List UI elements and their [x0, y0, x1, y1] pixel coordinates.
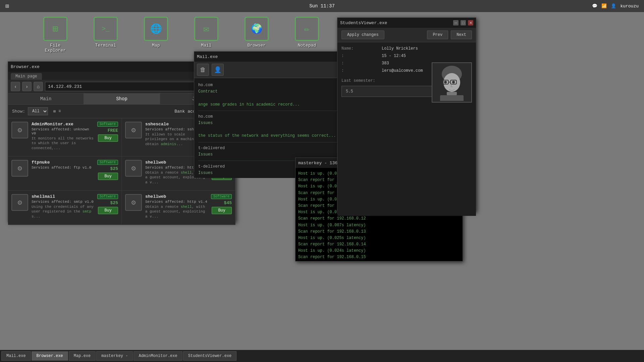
- mail-message-2: ho.com Issues the status of the network …: [198, 114, 361, 142]
- sv-toolbar: Apply changes Prev Next: [337, 28, 476, 42]
- sv-title: StudentsViewer.exe: [340, 20, 387, 25]
- price-shellmail: $25: [110, 200, 118, 205]
- svg-point-7: [452, 81, 455, 83]
- sv-portrait: [432, 62, 472, 103]
- tag-software-shellweb2: Software: [211, 194, 232, 199]
- item-actions-shellweb2: Software $45 Buy: [211, 194, 232, 221]
- taskbar-top: ⊞ Sun 11:37 💬 📶 👤 kurouzu: [0, 0, 644, 12]
- taskbar-btn-mail[interactable]: Mail.exe: [1, 351, 31, 361]
- item-info-shellweb2: shellweb Services affected: http v1.4 Ob…: [145, 194, 208, 221]
- url-bar[interactable]: [45, 82, 210, 91]
- item-affected-shellweb2: Services affected: http v1.4: [145, 200, 208, 204]
- item-icon-sshescale: ⚙: [125, 122, 142, 138]
- sv-window-controls: ─ □ ✕: [453, 20, 473, 25]
- list-view-icon[interactable]: ≡: [58, 109, 61, 114]
- item-name-ftpnuke: ftpnuke: [32, 160, 94, 165]
- file-explorer-label: File Explorer: [40, 43, 70, 53]
- mail-delete-btn[interactable]: 🗑: [197, 64, 209, 76]
- item-icon-shellmail: ⚙: [11, 194, 28, 211]
- shop-item-adminmonitor: ⚙ AdminMonitor.exe Services affected: un…: [8, 118, 122, 157]
- show-select[interactable]: All: [28, 107, 48, 115]
- svg-rect-10: [447, 92, 457, 95]
- mail-title: Mail.exe: [197, 54, 218, 59]
- desktop-icon-map[interactable]: 🌐 Map: [141, 17, 171, 53]
- buy-btn-adminmonitor[interactable]: Buy: [98, 134, 118, 142]
- item-name-adminmonitor: AdminMonitor.exe: [32, 122, 94, 127]
- price-ftpnuke: $25: [110, 166, 118, 171]
- price-shellweb2: $45: [224, 200, 232, 205]
- browser-label: Browser: [248, 43, 266, 48]
- username: kurouzu: [620, 4, 639, 9]
- tag-software-ftpnuke: Software: [97, 160, 118, 165]
- sv-next-btn[interactable]: Next: [451, 31, 472, 39]
- sv-titlebar: StudentsViewer.exe ─ □ ✕: [337, 18, 476, 28]
- item-actions-adminmonitor: Software FREE Buy: [97, 122, 118, 153]
- sv-maximize-btn[interactable]: □: [461, 20, 466, 25]
- desktop-icon-terminal[interactable]: >_ Terminal: [91, 17, 121, 53]
- item-icon-adminmonitor: ⚙: [11, 122, 28, 138]
- taskbar-btn-studentsviewer[interactable]: StudentsViewer.exe: [183, 351, 237, 361]
- sv-email-label: :: [341, 68, 382, 73]
- sv-time-label: :: [341, 54, 382, 58]
- sv-minimize-btn[interactable]: ─: [453, 20, 459, 25]
- sv-time-row: : 15 - 12:45: [341, 54, 472, 58]
- sv-prev-btn[interactable]: Prev: [427, 31, 448, 39]
- file-explorer-icon: ⊞: [43, 17, 67, 41]
- mail-message-1: ho.com Contract ange some grades in his …: [198, 82, 361, 111]
- mail-contacts-btn[interactable]: 👤: [212, 64, 224, 76]
- buy-btn-shellweb2[interactable]: Buy: [212, 207, 232, 214]
- terminal-icon: >_: [94, 17, 118, 41]
- map-label: Map: [152, 43, 160, 48]
- shop-item-shellmail: ⚙ shellmail Services affected: smtp v1.0…: [8, 191, 122, 225]
- item-affected-adminmonitor: Services affected: unknown v0: [32, 127, 94, 135]
- desktop-icon-browser[interactable]: 🌍 Browser: [241, 17, 272, 53]
- sv-content: Name: Lolly Nricklers: [337, 42, 476, 216]
- sv-apply-btn[interactable]: Apply changes: [341, 31, 384, 39]
- shop-item-ftpnuke: ⚙ ftpnuke Services affected: ftp v1.0 So…: [8, 157, 122, 191]
- browser-tab-main[interactable]: Main: [8, 94, 84, 104]
- sv-grade-value: 5.5: [346, 89, 353, 94]
- browser-forward-btn[interactable]: ›: [22, 82, 32, 91]
- sv-id-value: 383: [382, 61, 389, 66]
- item-icon-shellweb2: ⚙: [125, 194, 142, 211]
- apps-grid-icon[interactable]: ⊞: [5, 2, 9, 10]
- tag-software-adminmonitor: Software: [97, 122, 118, 127]
- taskbar-btn-masterkey[interactable]: masterkey -: [96, 351, 133, 361]
- sv-close-btn[interactable]: ✕: [468, 20, 473, 25]
- desktop-icon-file-explorer[interactable]: ⊞ File Explorer: [40, 17, 70, 53]
- taskbar-btn-browser[interactable]: Browser.exe: [32, 351, 68, 361]
- item-info-adminmonitor: AdminMonitor.exe Services affected: unkn…: [32, 122, 94, 153]
- desktop-icons: ⊞ File Explorer >_ Terminal 🌐 Map ✉ Mail…: [40, 17, 322, 53]
- sv-name-row: Name: Lolly Nricklers: [341, 46, 472, 51]
- item-icon-ftpnuke: ⚙: [11, 160, 28, 177]
- item-actions-ftpnuke: Software $25 Buy: [97, 160, 118, 187]
- notepad-icon: ✏: [295, 17, 319, 41]
- grid-view-icon[interactable]: ⊞: [53, 109, 56, 114]
- desktop-icon-mail[interactable]: ✉ Mail: [191, 17, 221, 53]
- taskbar-btn-adminmonitor[interactable]: AdminMonitor.exe: [133, 351, 182, 361]
- browser-icon: 🌍: [245, 17, 269, 41]
- item-actions-shellmail: Software $25 Buy: [97, 194, 118, 221]
- shop-item-shellweb2: ⚙ shellweb Services affected: http v1.4 …: [122, 191, 235, 225]
- terminal-label: Terminal: [95, 43, 116, 48]
- browser-home-btn[interactable]: ⌂: [34, 82, 43, 91]
- item-name-shellmail: shellmail: [32, 194, 94, 199]
- desktop-icon-notepad[interactable]: ✏ Notepad: [292, 17, 322, 53]
- taskbar-btn-map[interactable]: Map.exe: [69, 351, 96, 361]
- item-info-ftpnuke: ftpnuke Services affected: ftp v1.0: [32, 160, 94, 187]
- browser-tab-shop[interactable]: Shop: [84, 94, 160, 104]
- buy-btn-ftpnuke[interactable]: Buy: [98, 173, 118, 180]
- wifi-icon: 📶: [601, 3, 607, 9]
- browser-main-tab[interactable]: Main page: [11, 73, 42, 80]
- price-adminmonitor: FREE: [108, 128, 118, 133]
- browser-title: Browser.exe: [11, 64, 40, 69]
- notepad-label: Notepad: [298, 43, 316, 48]
- clock: Sun 11:37: [309, 3, 335, 9]
- item-name-shellweb2: shellweb: [145, 194, 208, 199]
- item-icon-shellweb1: ⚙: [125, 160, 142, 177]
- chat-icon: 💬: [592, 3, 597, 9]
- taskbar-bottom: Mail.exe Browser.exe Map.exe masterkey -…: [0, 350, 644, 362]
- browser-back-btn[interactable]: ‹: [11, 82, 20, 91]
- buy-btn-shellmail[interactable]: Buy: [98, 207, 118, 214]
- mail-label: Mail: [201, 43, 211, 48]
